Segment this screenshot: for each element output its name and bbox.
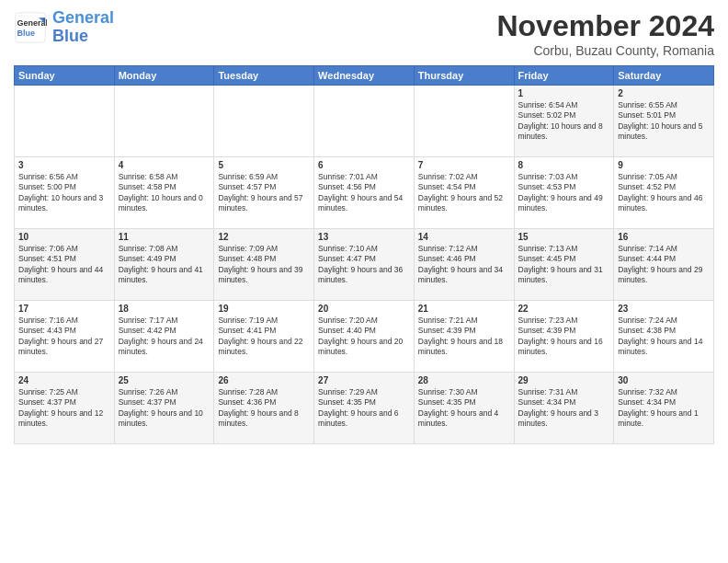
calendar-cell-w2d4: 14Sunrise: 7:12 AM Sunset: 4:46 PM Dayli… [414,229,514,301]
day-info: Sunrise: 7:24 AM Sunset: 4:38 PM Dayligh… [618,316,710,358]
calendar-cell-w1d2: 5Sunrise: 6:59 AM Sunset: 4:57 PM Daylig… [214,157,314,229]
calendar-week-row-4: 24Sunrise: 7:25 AM Sunset: 4:37 PM Dayli… [15,373,714,444]
calendar-cell-w2d3: 13Sunrise: 7:10 AM Sunset: 4:47 PM Dayli… [314,229,415,301]
calendar-cell-w2d6: 16Sunrise: 7:14 AM Sunset: 4:44 PM Dayli… [614,229,714,301]
logo: General Blue GeneralBlue [14,9,114,46]
day-info: Sunrise: 7:25 AM Sunset: 4:37 PM Dayligh… [18,387,110,430]
calendar-cell-w4d4: 28Sunrise: 7:30 AM Sunset: 4:35 PM Dayli… [414,373,514,444]
day-info: Sunrise: 7:28 AM Sunset: 4:36 PM Dayligh… [218,387,310,430]
day-info: Sunrise: 6:54 AM Sunset: 5:02 PM Dayligh… [518,100,610,143]
day-number: 14 [418,232,510,242]
day-number: 18 [119,304,210,314]
day-number: 3 [18,160,110,170]
day-info: Sunrise: 7:21 AM Sunset: 4:39 PM Dayligh… [418,316,510,358]
calendar-cell-w3d6: 23Sunrise: 7:24 AM Sunset: 4:38 PM Dayli… [614,301,714,373]
day-number: 1 [518,88,610,98]
day-number: 10 [18,232,110,242]
calendar-cell-w3d2: 19Sunrise: 7:19 AM Sunset: 4:41 PM Dayli… [214,301,314,373]
day-info: Sunrise: 6:56 AM Sunset: 5:00 PM Dayligh… [18,172,110,214]
day-info: Sunrise: 7:06 AM Sunset: 4:51 PM Dayligh… [18,244,110,286]
calendar-table: Sunday Monday Tuesday Wednesday Thursday… [14,65,714,444]
header-monday: Monday [114,66,214,86]
calendar-cell-w4d5: 29Sunrise: 7:31 AM Sunset: 4:34 PM Dayli… [514,373,614,444]
calendar-week-row-2: 10Sunrise: 7:06 AM Sunset: 4:51 PM Dayli… [15,229,714,301]
day-info: Sunrise: 7:20 AM Sunset: 4:40 PM Dayligh… [318,316,410,358]
header-friday: Friday [514,66,614,86]
day-info: Sunrise: 6:58 AM Sunset: 4:58 PM Dayligh… [119,172,210,214]
day-info: Sunrise: 7:14 AM Sunset: 4:44 PM Dayligh… [618,244,710,286]
header-thursday: Thursday [414,66,514,86]
day-number: 5 [218,160,310,170]
calendar-cell-w0d2 [214,86,314,157]
day-info: Sunrise: 7:10 AM Sunset: 4:47 PM Dayligh… [318,244,410,286]
day-number: 6 [318,160,410,170]
calendar-cell-w1d4: 7Sunrise: 7:02 AM Sunset: 4:54 PM Daylig… [414,157,514,229]
day-number: 30 [618,375,710,385]
day-info: Sunrise: 7:12 AM Sunset: 4:46 PM Dayligh… [418,244,510,286]
day-info: Sunrise: 7:01 AM Sunset: 4:56 PM Dayligh… [318,172,410,214]
day-info: Sunrise: 7:13 AM Sunset: 4:45 PM Dayligh… [518,244,610,286]
day-info: Sunrise: 6:55 AM Sunset: 5:01 PM Dayligh… [618,100,710,143]
calendar-cell-w2d0: 10Sunrise: 7:06 AM Sunset: 4:51 PM Dayli… [15,229,115,301]
header-saturday: Saturday [614,66,714,86]
day-number: 26 [218,375,310,385]
calendar-cell-w1d3: 6Sunrise: 7:01 AM Sunset: 4:56 PM Daylig… [314,157,415,229]
header: General Blue GeneralBlue November 2024 C… [14,9,714,58]
calendar-cell-w4d6: 30Sunrise: 7:32 AM Sunset: 4:34 PM Dayli… [614,373,714,444]
day-info: Sunrise: 7:32 AM Sunset: 4:34 PM Dayligh… [618,387,710,430]
day-info: Sunrise: 7:31 AM Sunset: 4:34 PM Dayligh… [518,387,610,430]
day-info: Sunrise: 6:59 AM Sunset: 4:57 PM Dayligh… [218,172,310,214]
calendar-cell-w2d2: 12Sunrise: 7:09 AM Sunset: 4:48 PM Dayli… [214,229,314,301]
month-title: November 2024 [496,9,714,43]
day-number: 17 [18,304,110,314]
svg-text:Blue: Blue [17,29,36,38]
day-number: 23 [618,304,710,314]
calendar-cell-w2d5: 15Sunrise: 7:13 AM Sunset: 4:45 PM Dayli… [514,229,614,301]
day-number: 8 [518,160,610,170]
day-info: Sunrise: 7:17 AM Sunset: 4:42 PM Dayligh… [119,316,210,358]
header-sunday: Sunday [15,66,115,86]
day-number: 27 [318,375,410,385]
day-number: 12 [218,232,310,242]
day-number: 2 [618,88,710,98]
header-tuesday: Tuesday [214,66,314,86]
day-info: Sunrise: 7:23 AM Sunset: 4:39 PM Dayligh… [518,316,610,358]
calendar-week-row-1: 3Sunrise: 6:56 AM Sunset: 5:00 PM Daylig… [15,157,714,229]
calendar-cell-w0d3 [314,86,415,157]
calendar-cell-w4d0: 24Sunrise: 7:25 AM Sunset: 4:37 PM Dayli… [15,373,115,444]
header-wednesday: Wednesday [314,66,415,86]
calendar-cell-w1d0: 3Sunrise: 6:56 AM Sunset: 5:00 PM Daylig… [15,157,115,229]
day-info: Sunrise: 7:09 AM Sunset: 4:48 PM Dayligh… [218,244,310,286]
day-info: Sunrise: 7:08 AM Sunset: 4:49 PM Dayligh… [119,244,210,286]
calendar-cell-w3d1: 18Sunrise: 7:17 AM Sunset: 4:42 PM Dayli… [114,301,214,373]
calendar-cell-w0d5: 1Sunrise: 6:54 AM Sunset: 5:02 PM Daylig… [514,86,614,157]
title-block: November 2024 Corbu, Buzau County, Roman… [496,9,714,58]
calendar-cell-w3d5: 22Sunrise: 7:23 AM Sunset: 4:39 PM Dayli… [514,301,614,373]
day-number: 19 [218,304,310,314]
calendar-week-row-0: 1Sunrise: 6:54 AM Sunset: 5:02 PM Daylig… [15,86,714,157]
logo-text: GeneralBlue [52,9,114,46]
day-info: Sunrise: 7:30 AM Sunset: 4:35 PM Dayligh… [418,387,510,430]
calendar-cell-w0d4 [414,86,514,157]
calendar-cell-w1d6: 9Sunrise: 7:05 AM Sunset: 4:52 PM Daylig… [614,157,714,229]
logo-icon: General Blue [14,11,47,44]
calendar-cell-w1d5: 8Sunrise: 7:03 AM Sunset: 4:53 PM Daylig… [514,157,614,229]
calendar-cell-w0d0 [15,86,115,157]
calendar-header-row: Sunday Monday Tuesday Wednesday Thursday… [15,66,714,86]
calendar-cell-w1d1: 4Sunrise: 6:58 AM Sunset: 4:58 PM Daylig… [114,157,214,229]
day-number: 16 [618,232,710,242]
day-number: 25 [119,375,210,385]
calendar-cell-w3d4: 21Sunrise: 7:21 AM Sunset: 4:39 PM Dayli… [414,301,514,373]
day-info: Sunrise: 7:19 AM Sunset: 4:41 PM Dayligh… [218,316,310,358]
day-number: 4 [119,160,210,170]
calendar-cell-w2d1: 11Sunrise: 7:08 AM Sunset: 4:49 PM Dayli… [114,229,214,301]
day-info: Sunrise: 7:02 AM Sunset: 4:54 PM Dayligh… [418,172,510,214]
day-info: Sunrise: 7:05 AM Sunset: 4:52 PM Dayligh… [618,172,710,214]
day-info: Sunrise: 7:03 AM Sunset: 4:53 PM Dayligh… [518,172,610,214]
calendar-cell-w0d1 [114,86,214,157]
day-info: Sunrise: 7:26 AM Sunset: 4:37 PM Dayligh… [119,387,210,430]
day-number: 13 [318,232,410,242]
day-info: Sunrise: 7:16 AM Sunset: 4:43 PM Dayligh… [18,316,110,358]
calendar-cell-w4d1: 25Sunrise: 7:26 AM Sunset: 4:37 PM Dayli… [114,373,214,444]
calendar-cell-w3d0: 17Sunrise: 7:16 AM Sunset: 4:43 PM Dayli… [15,301,115,373]
